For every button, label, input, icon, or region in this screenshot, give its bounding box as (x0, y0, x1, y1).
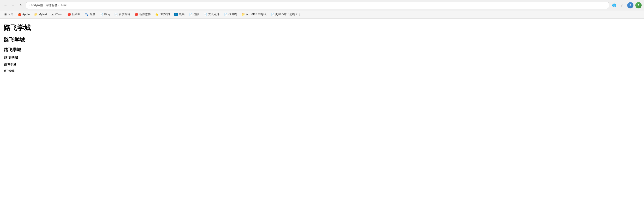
user-avatar-2[interactable]: A (635, 2, 642, 9)
maotu-icon: 📄 (224, 13, 228, 16)
cloud-icon: ☁ (51, 13, 54, 16)
apple-icon: 🍎 (18, 13, 21, 16)
bookmark-baidu[interactable]: 🐾 百度 (83, 12, 97, 17)
bookmark-mynet-label: MyNet (39, 13, 47, 16)
youku-icon: 📄 (189, 13, 192, 16)
bookmark-icloud-label: iCloud (55, 13, 63, 16)
bookmark-linkedin[interactable]: in 领英 (172, 12, 186, 17)
qq-icon: ⭐ (155, 13, 158, 16)
bookmark-maotu[interactable]: 📄 猫途鹰 (222, 12, 239, 17)
heading-h1: 路飞学城 (4, 23, 640, 33)
dianping-icon: 📄 (204, 13, 207, 16)
bookmark-maotu-label: 猫途鹰 (228, 12, 237, 16)
bookmark-jquery[interactable]: 📄 jQuery库 / 选项卡_j... (269, 12, 304, 17)
bookmark-sina-label: 新浪网 (72, 12, 80, 16)
linkedin-icon: in (174, 13, 178, 16)
bookmark-mynet[interactable]: 📁 MyNet (32, 12, 49, 17)
bookmark-dianping-label: 大众点评 (208, 12, 220, 16)
apps-icon: ⊞ (4, 13, 7, 16)
bookmark-baike-label: 百度百科 (119, 12, 130, 16)
bing-icon: 📄 (100, 13, 103, 16)
bookmark-icloud[interactable]: ☁ iCloud (49, 12, 65, 17)
heading-h5: 路飞学城 (4, 63, 640, 67)
bookmark-weibo[interactable]: 🔴 新浪微博 (133, 12, 152, 17)
bookmark-apple-label: Apple (22, 13, 30, 16)
favorite-button[interactable]: ☆ (619, 2, 625, 9)
back-button[interactable]: ← (2, 2, 9, 9)
bookmark-linkedin-label: 领英 (179, 12, 184, 16)
heading-h2: 路飞学城 (4, 36, 640, 44)
page-content: 路飞学城 路飞学城 路飞学城 路飞学城 路飞学城 路飞学城 (0, 19, 644, 199)
bookmark-baidu-label: 百度 (90, 12, 95, 16)
bookmark-jquery-label: jQuery库 / 选项卡_j... (276, 12, 302, 16)
bookmark-apps-label: 应用 (8, 12, 14, 16)
weibo-icon: 🔴 (134, 13, 138, 16)
browser-toolbar: ← → ↻ ℹ body标签（字体标签）.html 🌐 ☆ A A (0, 0, 644, 11)
heading-h6: 路飞学城 (4, 69, 640, 73)
toolbar-actions: 🌐 ☆ A A (611, 2, 642, 9)
translate-icon: 🌐 (612, 3, 616, 7)
address-bar[interactable]: ℹ body标签（字体标签）.html (26, 2, 609, 9)
bookmarks-bar: ⊞ 应用 🍎 Apple 📁 MyNet ☁ iCloud 🔴 新浪网 🐾 百度… (0, 11, 644, 18)
address-text: body标签（字体标签）.html (31, 3, 606, 8)
jquery-icon: 📄 (271, 13, 274, 16)
translate-button[interactable]: 🌐 (611, 2, 617, 9)
bookmark-bing[interactable]: 📄 Bing (98, 12, 112, 17)
forward-button[interactable]: → (10, 2, 16, 9)
bookmark-sina[interactable]: 🔴 新浪网 (66, 12, 82, 17)
bookmark-apps[interactable]: ⊞ 应用 (2, 12, 15, 17)
security-icon: ℹ (28, 4, 30, 7)
heading-h3: 路飞学城 (4, 47, 640, 53)
bookmark-import[interactable]: 📁 从 Safari 中导入 (240, 12, 268, 17)
user-avatar[interactable]: A (627, 2, 634, 9)
folder-icon: 📁 (34, 13, 38, 16)
star-icon: ☆ (621, 3, 624, 7)
browser-chrome: ← → ↻ ℹ body标签（字体标签）.html 🌐 ☆ A A (0, 0, 644, 19)
bookmark-qq-label: QQ空间 (160, 12, 170, 16)
bookmark-weibo-label: 新浪微博 (139, 12, 151, 16)
bookmark-youku-label: 优酷 (194, 12, 199, 16)
bookmark-qqzone[interactable]: ⭐ QQ空间 (153, 12, 172, 17)
sina-icon: 🔴 (68, 13, 71, 16)
baidu-icon: 🐾 (85, 13, 88, 16)
bookmark-baidubaike[interactable]: 📄 百度百科 (112, 12, 132, 17)
bookmark-import-label: 从 Safari 中导入 (246, 12, 266, 16)
bookmark-bing-label: Bing (104, 13, 110, 16)
bookmark-youku[interactable]: 📄 优酷 (187, 12, 201, 17)
avatar-label-2: A (638, 4, 640, 7)
bookmark-apple[interactable]: 🍎 Apple (16, 12, 32, 17)
baike-icon: 📄 (114, 13, 118, 16)
bookmark-dianping[interactable]: 📄 大众点评 (202, 12, 222, 17)
refresh-button[interactable]: ↻ (18, 2, 24, 9)
import-icon: 📁 (242, 13, 245, 16)
nav-buttons: ← → ↻ (2, 2, 24, 9)
heading-h4: 路飞学城 (4, 56, 640, 60)
avatar-label: A (629, 4, 631, 7)
